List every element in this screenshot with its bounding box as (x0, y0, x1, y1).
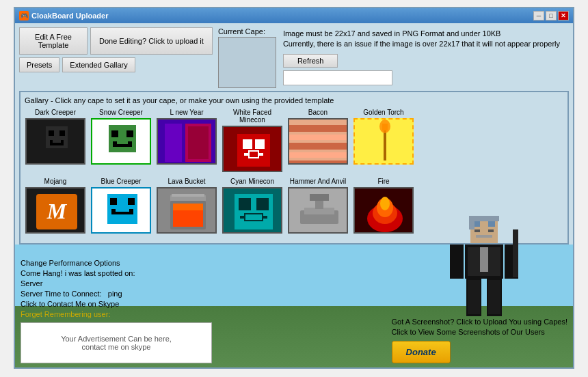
svg-rect-4 (50, 140, 53, 145)
svg-rect-45 (129, 209, 133, 214)
forget-user-text[interactable]: Forget Remembering user: (21, 310, 385, 318)
svg-rect-9 (111, 130, 118, 137)
cape-item-l-new-year[interactable]: L new Year (156, 109, 217, 172)
svg-rect-74 (488, 229, 494, 232)
view-screenshots-link[interactable]: Click to View Some Screenshots of Our Us… (392, 328, 545, 336)
cape-label-golden-torch: Golden Torch (363, 109, 403, 116)
main-window: 🎮 CloakBoard Uploader ─ □ ✕ Edit A Free … (14, 7, 574, 369)
svg-rect-11 (113, 141, 117, 147)
cape-item-dark-creeper[interactable]: Dark Creeper (25, 109, 86, 172)
cape-label-l-new-year: L new Year (170, 109, 203, 116)
cape-thumb-golden-torch (353, 118, 414, 165)
cape-thumb-lava-bucket (157, 187, 217, 234)
cape-item-hammer-anvil[interactable]: Hammer And Anvil (287, 178, 349, 234)
cape-label-lava-bucket: Lava Bucket (168, 178, 205, 185)
server-text: Server (21, 279, 385, 288)
svg-rect-34 (384, 130, 386, 160)
close-button[interactable]: ✕ (558, 11, 569, 20)
svg-rect-49 (173, 210, 203, 227)
svg-rect-2 (49, 130, 54, 136)
server-time-label: Server Time to Connect: (21, 290, 102, 298)
cape-label-dark-creeper: Dark Creeper (35, 109, 76, 116)
presets-button[interactable]: Presets (19, 57, 59, 72)
cape-thumb-bacon (288, 118, 348, 165)
cape-label-box: Current Cape: (218, 27, 276, 88)
refresh-button[interactable]: Refresh (283, 54, 338, 68)
cape-item-golden-torch[interactable]: Golden Torch (353, 109, 414, 172)
svg-rect-41 (110, 198, 117, 205)
gallery-title: Gallary - Click any cape to set it as yo… (25, 96, 563, 104)
top-bar: Edit A Free Template Done Editing? Click… (19, 27, 569, 88)
svg-rect-6 (61, 140, 64, 145)
color-input[interactable] (283, 70, 392, 85)
svg-rect-64 (310, 194, 329, 201)
cape-thumb-fire (353, 187, 414, 234)
title-controls: ─ □ ✕ (533, 11, 569, 20)
last-spotted-text: Come Hang! i was last spotted on: (21, 269, 385, 277)
cape-label-bacon: Bacon (308, 109, 328, 116)
donate-button[interactable]: Donate (392, 341, 451, 363)
svg-rect-13 (128, 141, 132, 147)
edit-template-button[interactable]: Edit A Free Template (19, 27, 88, 55)
svg-point-69 (380, 197, 390, 210)
window-title: CloakBoard Uploader (31, 12, 108, 20)
svg-rect-31 (289, 160, 348, 165)
svg-rect-21 (255, 139, 265, 149)
cape-thumb-cyan-minecon (222, 187, 282, 234)
cape-label-snow-creeper: Snow Creeper (99, 109, 143, 116)
cape-label-hammer-anvil: Hammer And Anvil (290, 178, 346, 185)
svg-rect-8 (109, 125, 136, 152)
cape-item-blue-creeper[interactable]: Blue Creeper (90, 178, 152, 234)
cape-item-mojang[interactable]: Mojang M (25, 178, 86, 234)
cape-label-blue-creeper: Blue Creeper (101, 178, 142, 185)
cape-thumb-snow-creeper (91, 118, 151, 165)
svg-rect-83 (513, 229, 518, 277)
cape-thumb-blue-creeper (91, 187, 151, 234)
cape-item-lava-bucket[interactable]: Lava Bucket (156, 178, 217, 234)
done-editing-button[interactable]: Done Editing? Click to upload it (90, 27, 213, 55)
svg-rect-51 (172, 194, 204, 197)
cape-section: Current Cape: Image must be 22x17 and sa… (218, 27, 569, 88)
svg-rect-87 (488, 280, 500, 314)
change-performance-link[interactable]: Change Performance Options (21, 259, 385, 267)
cape-item-fire[interactable]: Fire (353, 178, 414, 234)
top-button-row: Edit A Free Template Done Editing? Click… (19, 27, 213, 55)
gallery-row-1: Dark Creeper (25, 109, 563, 172)
current-cape-label: Current Cape: (218, 27, 265, 36)
title-bar: 🎮 CloakBoard Uploader ─ □ ✕ (15, 8, 573, 23)
cape-label-fire: Fire (377, 178, 389, 185)
server-time-text: Server Time to Connect: ping (21, 290, 385, 298)
svg-rect-44 (116, 212, 129, 214)
cape-item-snow-creeper[interactable]: Snow Creeper (90, 109, 152, 172)
cape-item-white-minecon[interactable]: White Faced Minecon (222, 109, 283, 172)
svg-rect-77 (469, 216, 475, 229)
cape-thumb-dark-creeper (25, 118, 85, 165)
svg-rect-10 (126, 130, 133, 137)
cape-thumb-white-minecon (222, 126, 282, 172)
cape-thumb-l-new-year (157, 118, 217, 165)
cape-thumb-hammer-anvil (288, 187, 348, 234)
minimize-button[interactable]: ─ (533, 11, 544, 20)
svg-rect-25 (250, 152, 258, 157)
title-bar-left: 🎮 CloakBoard Uploader (19, 11, 108, 20)
app-icon: 🎮 (19, 11, 29, 20)
svg-rect-80 (480, 247, 488, 272)
cape-label-mojang: Mojang (44, 178, 67, 185)
contact-skype-link[interactable]: Click to Contact Me on Skype (21, 300, 385, 308)
svg-rect-17 (188, 126, 209, 159)
extended-gallery-button[interactable]: Extended Gallary (62, 57, 135, 72)
info-section: Image must be 22x17 and saved in PNG For… (283, 27, 569, 87)
svg-rect-55 (256, 198, 269, 210)
cape-item-bacon[interactable]: Bacon (287, 109, 349, 172)
svg-rect-73 (475, 229, 480, 232)
cape-label-white-minecon: White Faced Minecon (222, 109, 283, 124)
svg-point-35 (379, 120, 390, 133)
cape-item-cyan-minecon[interactable]: Cyan Minecon (222, 178, 283, 234)
svg-rect-81 (450, 245, 464, 279)
ad-text: Your Advertisement Can be here,contact m… (61, 335, 172, 351)
button-group-left: Edit A Free Template Done Editing? Click… (19, 27, 213, 72)
svg-rect-20 (243, 139, 252, 149)
maximize-button[interactable]: □ (546, 11, 557, 20)
cape-label-cyan-minecon: Cyan Minecon (230, 178, 274, 185)
svg-rect-30 (289, 152, 348, 158)
